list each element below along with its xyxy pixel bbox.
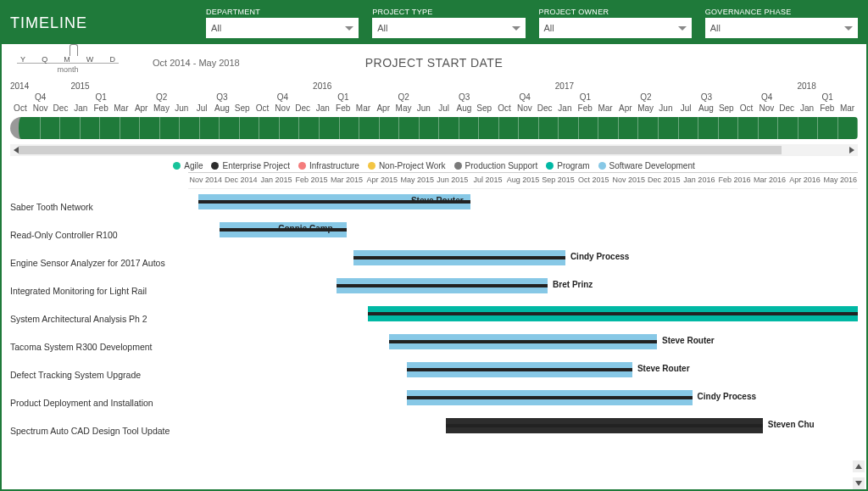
gantt-bar[interactable]: Steve Router: [198, 194, 470, 209]
month-tick: Oct: [737, 103, 757, 115]
timeline-tick: [539, 117, 559, 139]
scroll-right-icon[interactable]: [848, 146, 856, 154]
gantt-row-label: Engine Sensor Analyzer for 2017 Autos: [10, 248, 188, 276]
timeline-tick: [619, 117, 639, 139]
gantt-month-tick: Feb 2015: [294, 173, 330, 188]
legend-label: Production Support: [465, 161, 538, 170]
zoom-control[interactable]: Y Q M W D month: [17, 53, 119, 74]
timeline-tick: [778, 117, 798, 139]
gantt-bar[interactable]: Connie Camp...: [220, 222, 347, 237]
timeline-tick: [200, 117, 220, 139]
scroll-up-icon[interactable]: [853, 460, 865, 472]
gantt-bar[interactable]: Bret Prinz: [337, 278, 548, 293]
gantt-bar[interactable]: Cindy Process: [353, 250, 565, 265]
timeline-tick: [340, 117, 360, 139]
gantt-month-tick: Sep 2015: [541, 173, 576, 188]
legend-item[interactable]: Enterprise Project: [211, 161, 289, 170]
project-owner-select[interactable]: All: [539, 18, 692, 38]
legend-label: Software Development: [609, 161, 695, 170]
department-select[interactable]: All: [206, 18, 359, 38]
filter-label: PROJECT TYPE: [372, 8, 525, 16]
chevron-down-icon: [844, 26, 853, 31]
year-tick: [858, 81, 868, 92]
year-tick: [615, 81, 676, 92]
timeline-tick: [499, 117, 520, 139]
legend-item[interactable]: Production Support: [454, 161, 538, 170]
gantt-row-label: Defect Tracking System Upgrade: [10, 360, 188, 388]
timeline-tick: [380, 117, 400, 139]
gantt-row: Steve Router: [188, 189, 858, 217]
gantt-bar[interactable]: Steve Router: [407, 362, 632, 377]
quarter-tick: Q4: [494, 92, 554, 103]
gantt-bar-owner: Steve Router: [662, 336, 715, 345]
filter-label: GOVERNANCE PHASE: [705, 8, 858, 16]
month-tick: Nov: [272, 103, 292, 115]
gantt-row-labels: Saber Tooth NetworkRead-Only Controller …: [10, 172, 188, 444]
legend-item[interactable]: Infrastructure: [298, 161, 359, 170]
zoom-tick-y[interactable]: Y: [20, 55, 25, 64]
month-tick: Dec: [292, 103, 313, 115]
month-tick: Sep: [474, 103, 494, 115]
month-tick: Jan: [70, 103, 91, 115]
gantt-row: Steve Router: [188, 329, 858, 357]
gantt-month-tick: Dec 2014: [224, 173, 259, 188]
gantt-row-label: Spectrum Auto CAD Design Tool Update: [10, 416, 188, 444]
zoom-tick-w[interactable]: W: [86, 55, 94, 64]
legend-item[interactable]: Software Development: [598, 161, 695, 170]
chevron-down-icon: [345, 26, 353, 31]
zoom-marker-icon[interactable]: [70, 44, 78, 56]
month-tick: Dec: [51, 103, 71, 115]
gantt-row: [188, 301, 858, 329]
timeline-range-bar[interactable]: [10, 117, 858, 139]
gantt-month-tick: May 2015: [399, 173, 435, 188]
zoom-tick-q[interactable]: Q: [42, 55, 47, 64]
gantt-bar[interactable]: Steven Chu: [446, 418, 763, 433]
month-tick: Mar: [595, 103, 615, 115]
year-tick: [737, 81, 797, 92]
gantt-row: Steve Router: [188, 357, 858, 385]
zoom-tick-d[interactable]: D: [109, 55, 115, 64]
timeline-tick: [259, 117, 280, 139]
scroll-thumb[interactable]: [19, 146, 782, 154]
month-tick: Mar: [111, 103, 131, 115]
legend-swatch-icon: [211, 162, 219, 170]
gantt-chart: Saber Tooth NetworkRead-Only Controller …: [2, 172, 866, 444]
month-tick: Aug: [696, 103, 716, 115]
scroll-down-icon[interactable]: [853, 477, 865, 489]
timeline-tick: [359, 117, 380, 139]
legend-label: Agile: [184, 161, 203, 170]
legend-item[interactable]: Non-Project Work: [368, 161, 446, 170]
timeline-tick: [479, 117, 499, 139]
gantt-month-tick: Jan 2016: [682, 173, 717, 188]
zoom-tick-m[interactable]: M: [64, 55, 70, 64]
timeline-tick: [798, 117, 819, 139]
timeline-tick: [598, 117, 619, 139]
gantt-rows: Steve RouterConnie Camp...Cindy ProcessB…: [188, 189, 858, 441]
legend-item[interactable]: Program: [546, 161, 589, 170]
timeline-tick: [399, 117, 420, 139]
gantt-row: Connie Camp...: [188, 217, 858, 245]
project-type-select[interactable]: All: [372, 18, 525, 38]
legend-label: Program: [557, 161, 589, 170]
month-tick: Dec: [776, 103, 797, 115]
month-tick: May: [393, 103, 414, 115]
gantt-month-tick: Nov 2015: [611, 173, 647, 188]
timeline-tick: [180, 117, 200, 139]
timeline-scrollbar[interactable]: [10, 144, 858, 156]
legend-item[interactable]: Agile: [173, 161, 203, 170]
gantt-row: Cindy Process: [188, 245, 858, 273]
gantt-plot-area: Nov 2014Dec 2014Jan 2015Feb 2015Mar 2015…: [188, 172, 858, 444]
gantt-bar[interactable]: Cindy Process: [407, 390, 693, 405]
gantt-month-tick: Aug 2015: [505, 173, 541, 188]
gantt-bar[interactable]: [368, 306, 858, 321]
governance-phase-select[interactable]: All: [705, 18, 858, 38]
gantt-month-tick: Dec 2015: [647, 173, 682, 188]
gantt-row-label: Read-Only Controller R100: [10, 220, 188, 248]
page-title: TIMELINE: [10, 14, 192, 32]
gantt-month-tick: May 2016: [822, 173, 858, 188]
gantt-month-tick: Apr 2015: [364, 173, 400, 188]
gantt-bar-owner: Steve Router: [637, 364, 690, 373]
gantt-bar[interactable]: Steve Router: [389, 334, 657, 349]
timeline-tick: [719, 117, 739, 139]
timeline-tick: [140, 117, 160, 139]
